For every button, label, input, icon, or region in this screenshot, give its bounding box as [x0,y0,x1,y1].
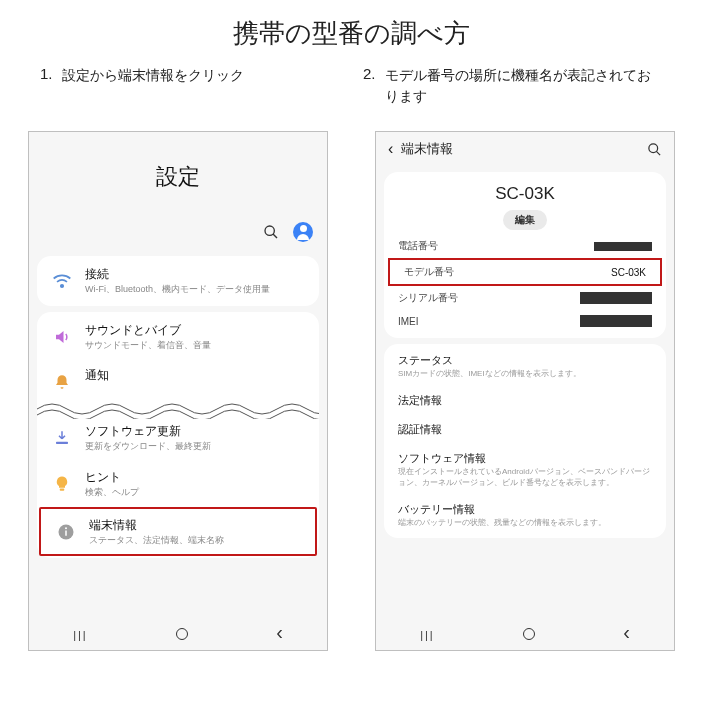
wifi-icon [49,268,75,294]
settings-header: 設定 [29,132,327,222]
search-icon[interactable] [647,142,662,157]
row-title: 端末情報 [89,517,303,534]
device-model-name: SC-03K [384,184,666,204]
row-title: サウンドとバイブ [85,322,307,339]
settings-card-connections: 接続 Wi-Fi、Bluetooth、機内モード、データ使用量 [37,256,319,306]
section-battery[interactable]: バッテリー情報 端末のバッテリーの状態、残量などの情報を表示します。 [384,495,666,535]
section-legal[interactable]: 法定情報 [384,386,666,415]
kv-value: SC-03K [611,267,646,278]
section-sub: SIMカードの状態、IMEIなどの情報を表示します。 [398,369,652,379]
kv-model-number[interactable]: モデル番号 SC-03K [388,258,662,286]
row-sub: 更新をダウンロード、最終更新 [85,441,307,453]
kv-label: 電話番号 [398,239,438,253]
svg-line-1 [273,234,277,238]
page-title: 携帯の型番の調べ方 [0,0,703,51]
section-title: ソフトウェア情報 [398,451,652,466]
settings-row-software[interactable]: ソフトウェア更新 更新をダウンロード、最終更新 [37,415,319,461]
redacted-value [594,242,652,251]
back-chevron-icon[interactable]: ‹ [388,140,393,158]
svg-rect-3 [56,442,68,444]
step-2: 2. モデル番号の場所に機種名が表記されております [363,65,663,107]
section-status[interactable]: ステータス SIMカードの状態、IMEIなどの情報を表示します。 [384,346,666,386]
speaker-icon [49,324,75,350]
row-sub: 検索、ヘルプ [85,487,307,499]
kv-serial-number[interactable]: シリアル番号 [384,286,666,310]
step-number: 1. [40,65,62,107]
phone-settings: 設定 接続 Wi-Fi、Bluetooth、機内モード、データ使用量 [28,131,328,651]
bell-icon [49,369,75,395]
android-navbar [29,618,327,650]
row-title: 接続 [85,266,307,283]
row-sub: ステータス、法定情報、端末名称 [89,535,303,547]
section-certification[interactable]: 認証情報 [384,415,666,444]
svg-rect-6 [65,530,67,535]
section-title: 認証情報 [398,422,652,437]
nav-home-icon[interactable] [176,628,188,640]
section-sub: 端末のバッテリーの状態、残量などの情報を表示します。 [398,518,652,528]
settings-row-notifications[interactable]: 通知 [37,359,319,403]
nav-back-icon[interactable] [276,626,283,642]
settings-row-connections[interactable]: 接続 Wi-Fi、Bluetooth、機内モード、データ使用量 [37,258,319,304]
settings-toolbar [29,222,327,250]
nav-back-icon[interactable] [623,626,630,642]
row-title: 通知 [85,367,307,384]
row-title: ソフトウェア更新 [85,423,307,440]
steps-row: 1. 設定から端末情報をクリック 2. モデル番号の場所に機種名が表記されており… [0,51,703,107]
phones-wrap: 設定 接続 Wi-Fi、Bluetooth、機内モード、データ使用量 [0,107,703,651]
section-sub: 現在インストールされているAndroidバージョン、ベースバンドバージョン、カー… [398,467,652,488]
svg-point-0 [265,226,274,235]
redacted-value [580,315,652,327]
kv-label: シリアル番号 [398,291,458,305]
kv-imei[interactable]: IMEI [384,310,666,332]
about-details-card: ステータス SIMカードの状態、IMEIなどの情報を表示します。 法定情報 認証… [384,344,666,538]
profile-avatar-icon[interactable] [293,222,313,242]
lightbulb-icon [49,471,75,497]
step-text: モデル番号の場所に機種名が表記されております [385,65,663,107]
settings-row-about-device[interactable]: 端末情報 ステータス、法定情報、端末名称 [39,507,317,557]
step-number: 2. [363,65,385,107]
about-model-card: SC-03K 編集 電話番号 モデル番号 SC-03K シリアル番号 IMEI [384,172,666,338]
row-sub: サウンドモード、着信音、音量 [85,340,307,352]
svg-point-8 [649,143,658,152]
svg-point-7 [65,527,67,529]
kv-phone-number[interactable]: 電話番号 [384,234,666,258]
search-icon[interactable] [263,224,279,240]
edit-button[interactable]: 編集 [503,210,547,230]
kv-label: モデル番号 [404,265,454,279]
section-software[interactable]: ソフトウェア情報 現在インストールされているAndroidバージョン、ベースバン… [384,444,666,495]
kv-label: IMEI [398,316,419,327]
nav-recent-icon[interactable] [420,626,435,642]
nav-home-icon[interactable] [523,628,535,640]
topbar-title: 端末情報 [401,140,453,158]
about-topbar: ‹ 端末情報 [376,132,674,166]
row-sub: Wi-Fi、Bluetooth、機内モード、データ使用量 [85,284,307,296]
step-1: 1. 設定から端末情報をクリック [40,65,340,107]
settings-row-hint[interactable]: ヒント 検索、ヘルプ [37,461,319,507]
settings-row-sound[interactable]: サウンドとバイブ サウンドモード、着信音、音量 [37,314,319,360]
nav-recent-icon[interactable] [73,626,88,642]
step-text: 設定から端末情報をクリック [62,65,340,107]
android-navbar [376,618,674,650]
section-title: バッテリー情報 [398,502,652,517]
redacted-value [580,292,652,304]
row-title: ヒント [85,469,307,486]
svg-line-9 [656,151,660,155]
phone-about-device: ‹ 端末情報 SC-03K 編集 電話番号 モデル番号 SC-03K シリアル番… [375,131,675,651]
svg-point-2 [61,285,64,288]
info-icon [53,519,79,545]
svg-rect-4 [60,489,65,491]
section-title: 法定情報 [398,393,652,408]
settings-card-misc: サウンドとバイブ サウンドモード、着信音、音量 通知 [37,312,319,559]
section-title: ステータス [398,353,652,368]
download-icon [49,425,75,451]
